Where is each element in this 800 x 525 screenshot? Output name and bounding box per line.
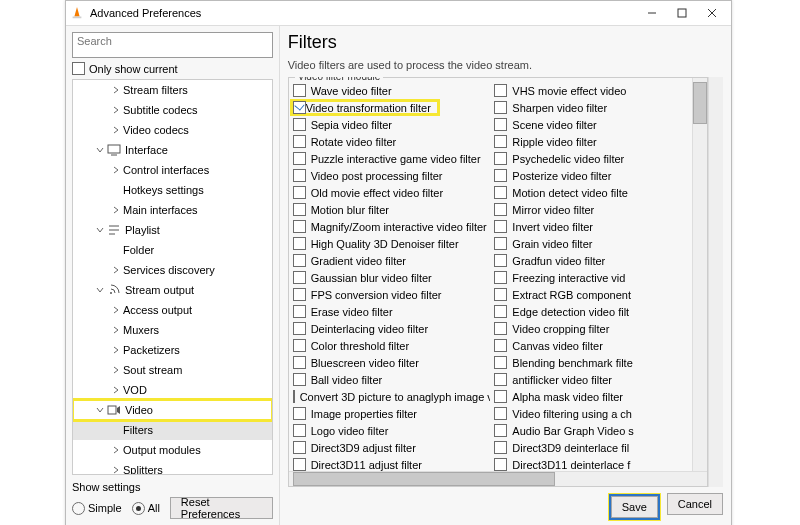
checkbox-icon[interactable] — [293, 305, 306, 318]
expand-icon[interactable] — [93, 226, 107, 234]
checkbox-icon[interactable] — [494, 305, 507, 318]
checkbox-icon[interactable] — [494, 288, 507, 301]
checkbox-icon[interactable] — [293, 390, 295, 403]
panel-scrollbar[interactable] — [708, 77, 723, 487]
filter-checkbox-row[interactable]: antiflicker video filter — [494, 371, 692, 388]
checkbox-icon[interactable] — [293, 169, 306, 182]
filter-checkbox-row[interactable]: Ball video filter — [293, 371, 491, 388]
checkbox-icon[interactable] — [293, 152, 306, 165]
filter-checkbox-row[interactable]: Posterize video filter — [494, 167, 692, 184]
filter-checkbox-row[interactable]: Erase video filter — [293, 303, 491, 320]
checkbox-icon[interactable] — [293, 441, 306, 454]
checkbox-icon[interactable] — [293, 458, 306, 471]
filter-checkbox-row[interactable]: Old movie effect video filter — [293, 184, 491, 201]
checkbox-icon[interactable] — [494, 373, 507, 386]
checkbox-icon[interactable] — [293, 237, 306, 250]
filter-checkbox-row[interactable]: FPS conversion video filter — [293, 286, 491, 303]
filter-checkbox-row[interactable]: Sharpen video filter — [494, 99, 692, 116]
tree-node[interactable]: Stream output — [73, 280, 272, 300]
checkbox-icon[interactable] — [494, 169, 507, 182]
filter-checkbox-row[interactable]: Video transformation filter — [293, 99, 491, 116]
expand-icon[interactable] — [109, 306, 123, 314]
expand-icon[interactable] — [109, 366, 123, 374]
filter-checkbox-row[interactable]: High Quality 3D Denoiser filter — [293, 235, 491, 252]
filter-checkbox-row[interactable]: Direct3D9 deinterlace fil — [494, 439, 692, 456]
tree-node[interactable]: Access output — [73, 300, 272, 320]
filter-checkbox-row[interactable]: Video filtering using a ch — [494, 405, 692, 422]
checkbox-icon[interactable] — [293, 118, 306, 131]
filter-checkbox-row[interactable]: Video post processing filter — [293, 167, 491, 184]
tree-node[interactable]: Stream filters — [73, 80, 272, 100]
checkbox-icon[interactable] — [494, 152, 507, 165]
vertical-scrollbar[interactable] — [692, 78, 707, 471]
expand-icon[interactable] — [109, 166, 123, 174]
expand-icon[interactable] — [109, 126, 123, 134]
close-button[interactable] — [697, 3, 727, 23]
checkbox-icon[interactable] — [494, 118, 507, 131]
filter-checkbox-row[interactable]: Bluescreen video filter — [293, 354, 491, 371]
checkbox-icon[interactable] — [494, 203, 507, 216]
checkbox-icon[interactable] — [293, 186, 306, 199]
expand-icon[interactable] — [109, 266, 123, 274]
filter-checkbox-row[interactable]: Motion blur filter — [293, 201, 491, 218]
checkbox-icon[interactable] — [494, 101, 507, 114]
filter-checkbox-row[interactable]: VHS movie effect video — [494, 82, 692, 99]
only-show-current-checkbox[interactable] — [72, 62, 85, 75]
tree-node[interactable]: VOD — [73, 380, 272, 400]
expand-icon[interactable] — [109, 386, 123, 394]
filter-checkbox-row[interactable]: Magnify/Zoom interactive video filter — [293, 218, 491, 235]
save-button[interactable]: Save — [611, 496, 658, 518]
tree-node[interactable]: Folder — [73, 240, 272, 260]
expand-icon[interactable] — [109, 206, 123, 214]
expand-icon[interactable] — [93, 406, 107, 414]
expand-icon[interactable] — [109, 446, 123, 454]
filter-checkbox-row[interactable]: Direct3D11 adjust filter — [293, 456, 491, 471]
filter-checkbox-row[interactable]: Psychedelic video filter — [494, 150, 692, 167]
expand-icon[interactable] — [109, 466, 123, 474]
checkbox-icon[interactable] — [494, 339, 507, 352]
filter-checkbox-row[interactable]: Video cropping filter — [494, 320, 692, 337]
checkbox-icon[interactable] — [293, 424, 306, 437]
cancel-button[interactable]: Cancel — [667, 493, 723, 515]
search-input[interactable]: Search — [72, 32, 273, 58]
filter-checkbox-row[interactable]: Motion detect video filte — [494, 184, 692, 201]
checkbox-icon[interactable] — [494, 424, 507, 437]
tree-node[interactable]: Muxers — [73, 320, 272, 340]
maximize-button[interactable] — [667, 3, 697, 23]
checkbox-icon[interactable] — [494, 84, 507, 97]
checkbox-icon[interactable] — [494, 220, 507, 233]
checkbox-icon[interactable] — [293, 339, 306, 352]
filter-checkbox-row[interactable]: Alpha mask video filter — [494, 388, 692, 405]
expand-icon[interactable] — [109, 86, 123, 94]
filter-checkbox-row[interactable]: Gaussian blur video filter — [293, 269, 491, 286]
checkbox-icon[interactable] — [293, 288, 306, 301]
filter-checkbox-row[interactable]: Audio Bar Graph Video s — [494, 422, 692, 439]
checkbox-icon[interactable] — [494, 271, 507, 284]
checkbox-icon[interactable] — [293, 135, 306, 148]
checkbox-icon[interactable] — [293, 271, 306, 284]
filter-checkbox-row[interactable]: Invert video filter — [494, 218, 692, 235]
checkbox-icon[interactable] — [293, 254, 306, 267]
filter-checkbox-row[interactable]: Grain video filter — [494, 235, 692, 252]
minimize-button[interactable] — [637, 3, 667, 23]
filter-checkbox-row[interactable]: Gradient video filter — [293, 252, 491, 269]
filter-checkbox-row[interactable]: Sepia video filter — [293, 116, 491, 133]
preferences-tree[interactable]: Stream filtersSubtitle codecsVideo codec… — [72, 79, 273, 475]
filter-checkbox-row[interactable]: Convert 3D picture to anaglyph image vid… — [293, 388, 491, 405]
horizontal-scrollbar[interactable] — [289, 471, 707, 486]
checkbox-icon[interactable] — [293, 220, 306, 233]
checkbox-icon[interactable] — [494, 441, 507, 454]
tree-node[interactable]: Output modules — [73, 440, 272, 460]
expand-icon[interactable] — [109, 346, 123, 354]
filter-checkbox-row[interactable]: Ripple video filter — [494, 133, 692, 150]
reset-preferences-button[interactable]: Reset Preferences — [170, 497, 273, 519]
filter-checkbox-row[interactable]: Blending benchmark filte — [494, 354, 692, 371]
tree-node[interactable]: Services discovery — [73, 260, 272, 280]
expand-icon[interactable] — [93, 146, 107, 154]
checkbox-icon[interactable] — [293, 356, 306, 369]
checkbox-icon[interactable] — [494, 322, 507, 335]
tree-node[interactable]: Sout stream — [73, 360, 272, 380]
checkbox-icon[interactable] — [293, 322, 306, 335]
checkbox-icon[interactable] — [494, 458, 507, 471]
filter-checkbox-row[interactable]: Direct3D11 deinterlace f — [494, 456, 692, 471]
